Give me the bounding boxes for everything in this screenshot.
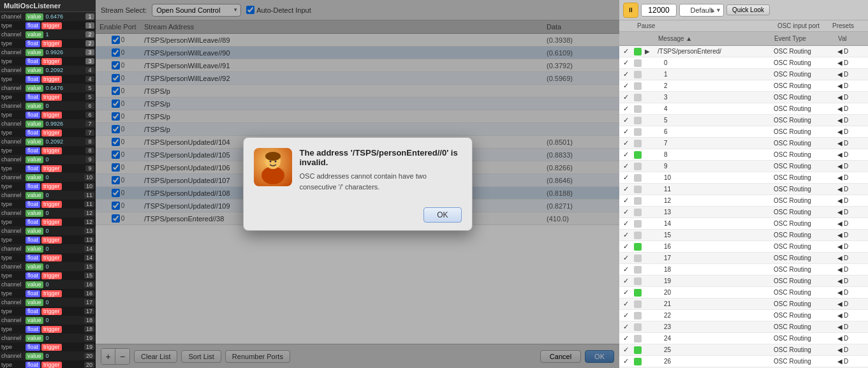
right-row-checkbox[interactable]: ✓: [619, 254, 632, 262]
right-table-row[interactable]: ✓ 8 OSC Routing ◀D: [619, 149, 868, 161]
right-row-event-type: OSC Routing: [772, 71, 836, 78]
channel-value: 0: [46, 299, 49, 305]
float-tag: float: [26, 76, 40, 83]
right-table-row[interactable]: ✓ 26 OSC Routing ◀D: [619, 356, 868, 367]
right-row-checkbox[interactable]: ✓: [619, 59, 632, 67]
right-table-row[interactable]: ✓ 5 OSC Routing ◀D: [619, 115, 868, 126]
right-row-checkbox[interactable]: ✓: [619, 82, 632, 90]
value-tag: value: [26, 85, 43, 92]
right-table-row[interactable]: ✓ 0 OSC Routing ◀D: [619, 57, 868, 69]
left-group-6: channel value 0 6 type float trigger 6: [0, 101, 96, 119]
right-table-row[interactable]: ✓ 16 OSC Routing ◀D: [619, 241, 868, 253]
right-table-row[interactable]: ✓ 21 OSC Routing ◀D: [619, 298, 868, 310]
right-row-checkbox[interactable]: ✓: [619, 93, 632, 101]
right-row-checkbox[interactable]: ✓: [619, 265, 632, 274]
type-label: type: [1, 254, 26, 261]
right-table-row[interactable]: ✓ 1 OSC Routing ◀D: [619, 69, 868, 80]
right-table-row[interactable]: ✓ 20 OSC Routing ◀D: [619, 287, 868, 298]
right-table-row[interactable]: ✓ 14 OSC Routing ◀D: [619, 218, 868, 230]
trigger-tag: trigger: [41, 40, 62, 47]
presets-select[interactable]: Default ▲▼: [679, 4, 724, 17]
right-row-indicator: [632, 220, 644, 228]
right-row-checkbox[interactable]: ✓: [619, 323, 632, 331]
right-table-row[interactable]: ✓ 9 OSC Routing ◀D: [619, 161, 868, 172]
right-row-checkbox[interactable]: ✓: [619, 128, 632, 136]
right-row-val: ◀D: [836, 312, 868, 319]
right-table-row[interactable]: ✓ 2 OSC Routing ◀D: [619, 80, 868, 92]
right-row-event-type: OSC Routing: [772, 117, 836, 124]
right-table-row[interactable]: ✓ 10 OSC Routing ◀D: [619, 172, 868, 184]
right-table-row[interactable]: ✓ 11 OSC Routing ◀D: [619, 184, 868, 195]
right-row-checkbox[interactable]: ✓: [619, 196, 632, 205]
right-table-row[interactable]: ✓ 25 OSC Routing ◀D: [619, 344, 868, 356]
right-row-message: 23: [656, 323, 772, 330]
right-row-checkbox[interactable]: ✓: [619, 311, 632, 320]
channel-label: channel: [1, 281, 26, 288]
right-row-checkbox[interactable]: ✓: [619, 70, 632, 78]
right-row-event-type: OSC Routing: [772, 197, 836, 204]
right-row-checkbox[interactable]: ✓: [619, 139, 632, 147]
pause-button[interactable]: ⏸: [623, 3, 638, 18]
right-row-checkbox[interactable]: ✓: [619, 219, 632, 228]
val-text: D: [844, 94, 848, 101]
quick-look-button[interactable]: Quick Look: [726, 4, 770, 15]
modal-body: OSC addresses cannot contain have two co…: [300, 171, 462, 192]
right-table-row[interactable]: ✓ 7 OSC Routing ◀D: [619, 138, 868, 149]
right-table-row[interactable]: ✓ 3 OSC Routing ◀D: [619, 92, 868, 103]
right-row-val: ◀D: [836, 163, 868, 170]
right-row-checkbox[interactable]: ✓: [619, 47, 632, 55]
right-row-checkbox[interactable]: ✓: [619, 116, 632, 124]
right-table-row[interactable]: ✓ 24 OSC Routing ◀D: [619, 333, 868, 344]
right-row-event-type: OSC Routing: [772, 94, 836, 101]
right-row-event-type: OSC Routing: [772, 220, 836, 227]
type-label: type: [1, 112, 26, 118]
right-row-event-type: OSC Routing: [772, 277, 836, 284]
right-table-row[interactable]: ✓ 13 OSC Routing ◀D: [619, 207, 868, 218]
right-row-checkbox[interactable]: ✓: [619, 231, 632, 239]
channel-value: 0: [46, 246, 49, 252]
row-num-badge: 13: [84, 228, 94, 234]
right-table-row[interactable]: ✓ 17 OSC Routing ◀D: [619, 253, 868, 264]
modal-footer: OK: [244, 202, 472, 230]
right-table-row[interactable]: ✓ 4 OSC Routing ◀D: [619, 103, 868, 115]
channel-value: 0: [46, 281, 49, 288]
right-table-row[interactable]: ✓ ▶ /TSPS/personEntered/ OSC Routing ◀D: [619, 46, 868, 57]
left-group-17: channel value 0 17 type float trigger 17: [0, 298, 96, 316]
right-row-checkbox[interactable]: ✓: [619, 151, 632, 159]
right-table-row[interactable]: ✓ 23 OSC Routing ◀D: [619, 321, 868, 333]
rth-message: Message ▲: [656, 35, 772, 42]
right-row-checkbox[interactable]: ✓: [619, 346, 632, 354]
presets-label: Presets: [821, 22, 865, 29]
right-row-checkbox[interactable]: ✓: [619, 334, 632, 342]
right-row-checkbox[interactable]: ✓: [619, 242, 632, 251]
channel-row-13: channel value 0 13: [0, 226, 96, 235]
right-row-val: ◀D: [836, 300, 868, 307]
right-row-checkbox[interactable]: ✓: [619, 277, 632, 285]
trigger-tag: trigger: [41, 94, 62, 101]
right-row-checkbox[interactable]: ✓: [619, 173, 632, 182]
osc-port-input[interactable]: [641, 4, 677, 17]
right-row-checkbox[interactable]: ✓: [619, 357, 632, 365]
right-table-row[interactable]: ✓ 6 OSC Routing ◀D: [619, 126, 868, 138]
right-table-row[interactable]: ✓ 12 OSC Routing ◀D: [619, 195, 868, 207]
right-row-checkbox[interactable]: ✓: [619, 185, 632, 193]
right-row-checkbox[interactable]: ✓: [619, 105, 632, 113]
right-row-checkbox[interactable]: ✓: [619, 288, 632, 297]
right-row-checkbox[interactable]: ✓: [619, 162, 632, 170]
right-table-row[interactable]: ✓ 18 OSC Routing ◀D: [619, 264, 868, 276]
channel-label: channel: [1, 210, 26, 216]
right-row-checkbox[interactable]: ✓: [619, 208, 632, 216]
right-row-message: 4: [656, 105, 772, 112]
right-table-row[interactable]: ✓ 22 OSC Routing ◀D: [619, 310, 868, 321]
right-row-event-type: OSC Routing: [772, 232, 836, 239]
channel-row-20: channel value 0 20: [0, 351, 96, 360]
right-row-message: /TSPS/personEntered/: [656, 48, 772, 55]
right-row-indicator: [632, 128, 644, 136]
modal-ok-button[interactable]: OK: [423, 207, 461, 223]
right-table-row[interactable]: ✓ 15 OSC Routing ◀D: [619, 230, 868, 241]
right-table-row[interactable]: ✓ 19 OSC Routing ◀D: [619, 276, 868, 287]
row-num-badge: 14: [84, 246, 94, 252]
type-label: type: [1, 326, 26, 332]
right-row-checkbox[interactable]: ✓: [619, 300, 632, 308]
right-row-event-type: OSC Routing: [772, 335, 836, 342]
